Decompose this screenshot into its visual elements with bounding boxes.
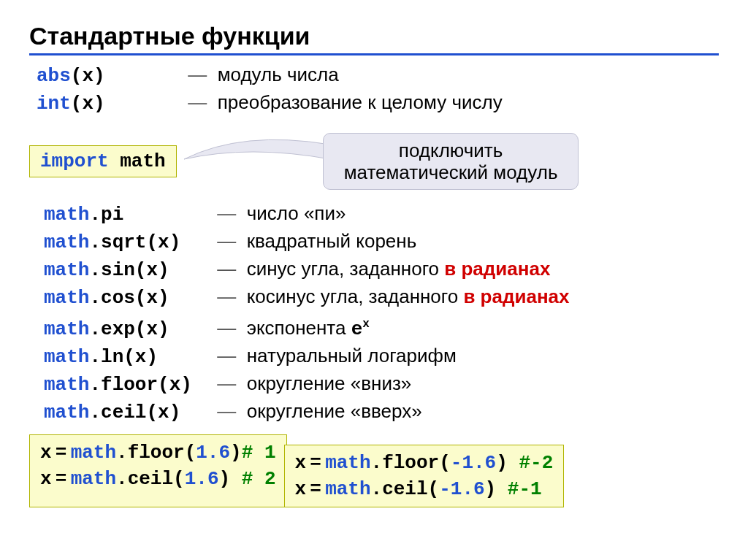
import-module: math — [120, 150, 165, 172]
code-line: x = math.ceil(1.6) # 2 — [40, 466, 276, 492]
example-box-a: x = math.floor(1.6)# 1 x = math.ceil(1.6… — [29, 434, 287, 507]
fn-desc: округление «вниз» — [247, 372, 412, 394]
dash: — — [217, 345, 236, 367]
fn-desc: преобразование к целому числу — [218, 91, 503, 113]
dash: — — [217, 202, 236, 224]
fn-args: (x) — [71, 65, 105, 87]
dash: — — [217, 400, 236, 422]
fn-row-pi: math.pi — число «пи» — [44, 200, 719, 228]
member: .ceil(x) — [89, 402, 180, 423]
fn-row-floor: math.floor(x) — округление «вниз» — [44, 370, 719, 398]
fn-row-exp: math.exp(x) — экспонента ex — [44, 311, 719, 342]
obj: math — [44, 204, 89, 226]
fn-desc: квадратный корень — [247, 230, 417, 252]
fn-row-abs: abs(x) — модуль числа — [37, 61, 719, 89]
obj: math — [44, 287, 89, 309]
callout-tail-icon — [177, 130, 337, 174]
code-line: x = math.floor(-1.6) #-2 — [295, 450, 554, 476]
example-box-b: x = math.floor(-1.6) #-2 x = math.ceil(-… — [284, 445, 565, 507]
member: .cos(x) — [89, 287, 169, 309]
obj: math — [44, 231, 89, 253]
fn-row-int: int(x) — преобразование к целому числу — [37, 89, 719, 117]
member: .pi — [89, 204, 123, 226]
fn-desc-pre: синус угла, заданного — [247, 258, 445, 280]
code-line: x = math.ceil(-1.6) #-1 — [295, 476, 554, 502]
dash: — — [217, 230, 236, 252]
fn-desc-pre: косинус угла, заданного — [247, 285, 464, 307]
dash: — — [188, 91, 207, 113]
dash: — — [217, 317, 236, 339]
callout-line2: математический модуль — [344, 161, 558, 183]
code-line: x = math.floor(1.6)# 1 — [40, 440, 276, 466]
exp-base: e — [351, 318, 363, 340]
page-title: Стандартные функции — [29, 22, 719, 55]
obj: math — [44, 346, 89, 368]
fn-desc: округление «вверх» — [247, 400, 422, 422]
import-box: import math — [29, 145, 177, 177]
fn-row-sin: math.sin(x) — синус угла, заданного в ра… — [44, 256, 719, 283]
member: .sqrt(x) — [89, 231, 180, 253]
obj: math — [44, 318, 89, 340]
fn-row-ceil: math.ceil(x) — округление «вверх» — [44, 398, 719, 426]
fn-name: abs — [37, 65, 71, 87]
obj: math — [44, 402, 89, 423]
fn-desc-emph: в радианах — [444, 258, 550, 280]
fn-desc: натуральный логарифм — [247, 345, 457, 367]
member: .ln(x) — [89, 346, 158, 368]
fn-desc: модуль числа — [218, 64, 339, 85]
import-row: import math подключить математический мо… — [29, 133, 719, 190]
example-boxes: x = math.floor(1.6)# 1 x = math.ceil(1.6… — [29, 434, 719, 507]
fn-row-cos: math.cos(x) — косинус угла, заданного в … — [44, 283, 719, 311]
obj: math — [44, 374, 89, 396]
callout-line1: подключить — [344, 139, 558, 161]
dash: — — [217, 285, 236, 307]
member: .floor(x) — [89, 374, 191, 396]
member: .exp(x) — [89, 318, 169, 340]
fn-args: (x) — [71, 93, 105, 115]
dash: — — [217, 258, 236, 280]
exp-power: x — [362, 318, 370, 331]
obj: math — [44, 259, 89, 281]
fn-desc: число «пи» — [247, 202, 346, 224]
builtins-block: abs(x) — модуль числа int(x) — преобразо… — [29, 61, 719, 117]
fn-desc-pre: экспонента — [247, 317, 351, 339]
fn-row-ln: math.ln(x) — натуральный логарифм — [44, 342, 719, 370]
dash: — — [217, 372, 236, 394]
callout-box: подключить математический модуль — [323, 133, 579, 190]
import-keyword: import — [40, 150, 109, 172]
fn-desc-emph: в радианах — [463, 285, 569, 307]
member: .sin(x) — [89, 259, 169, 281]
fn-name: int — [37, 93, 71, 115]
fn-row-sqrt: math.sqrt(x) — квадратный корень — [44, 228, 719, 256]
dash: — — [188, 64, 207, 85]
math-block: math.pi — число «пи» math.sqrt(x) — квад… — [37, 200, 719, 426]
